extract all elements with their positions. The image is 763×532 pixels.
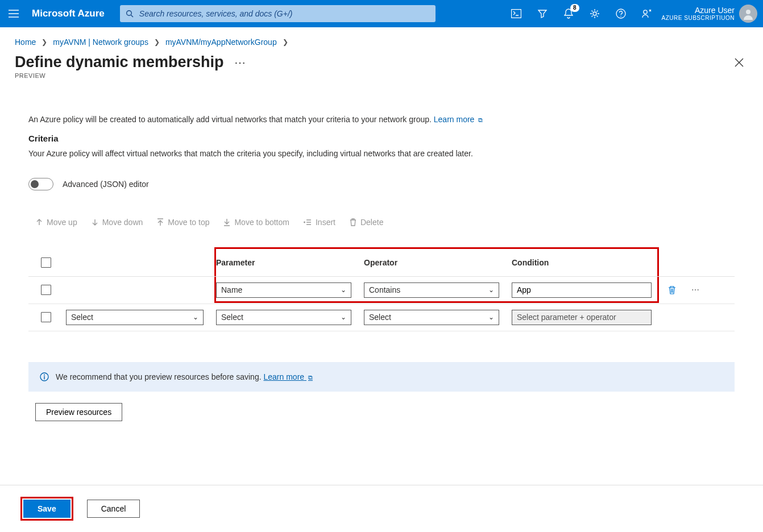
- search-box[interactable]: [120, 5, 436, 22]
- save-button[interactable]: Save: [23, 500, 71, 518]
- operator-select[interactable]: Contains⌄: [364, 282, 499, 298]
- move-to-top-label: Move to top: [168, 218, 209, 227]
- table-header-row: Parameter Operator Condition: [28, 250, 735, 277]
- andor-value: Select: [71, 313, 93, 322]
- external-link-icon: ⧉: [478, 117, 483, 123]
- parameter-select[interactable]: Select⌄: [216, 310, 351, 325]
- external-link-icon: ⧉: [308, 374, 313, 381]
- advanced-json-toggle[interactable]: [28, 178, 53, 190]
- parameter-select[interactable]: Name⌄: [216, 282, 351, 298]
- breadcrumb-level2[interactable]: myAVNM/myAppNetworkGroup: [165, 38, 277, 47]
- svg-point-0: [127, 11, 132, 16]
- breadcrumb-home[interactable]: Home: [15, 38, 36, 47]
- user-subscription: AZURE SUBSCRIPTIUON: [662, 15, 735, 21]
- criteria-toolbar: Move up Move down Move to top Move to bo…: [28, 218, 735, 227]
- preview-resources-button[interactable]: Preview resources: [35, 403, 122, 421]
- chevron-right-icon: ❯: [283, 38, 288, 46]
- advanced-toggle-row: Advanced (JSON) editor: [28, 178, 735, 190]
- chevron-down-icon: ⌄: [488, 286, 494, 294]
- parameter-value: Select: [221, 313, 243, 322]
- cancel-button[interactable]: Cancel: [87, 500, 140, 518]
- svg-rect-2: [511, 10, 521, 18]
- row-delete-icon[interactable]: [667, 285, 677, 294]
- criteria-heading: Criteria: [28, 134, 735, 143]
- learn-more-link[interactable]: Learn more ⧉: [434, 115, 483, 124]
- more-actions-icon[interactable]: ⋯: [234, 56, 246, 69]
- page-subtitle: PREVIEW: [0, 71, 763, 79]
- operator-select[interactable]: Select⌄: [364, 310, 499, 325]
- parameter-value: Name: [221, 285, 242, 294]
- move-to-bottom-label: Move to bottom: [234, 218, 289, 227]
- andor-select[interactable]: Select⌄: [66, 310, 204, 325]
- chevron-down-icon: ⌄: [341, 286, 346, 294]
- learn-more-label: Learn more: [434, 115, 475, 124]
- svg-line-1: [131, 15, 133, 17]
- help-icon[interactable]: [609, 2, 632, 25]
- operator-value: Contains: [369, 285, 400, 294]
- breadcrumb: Home ❯ myAVNM | Network groups ❯ myAVNM/…: [0, 27, 763, 47]
- column-operator: Operator: [364, 258, 512, 267]
- banner-learn-more-link[interactable]: Learn more ⧉: [263, 372, 312, 381]
- insert-button[interactable]: Insert: [303, 218, 335, 227]
- column-parameter: Parameter: [216, 258, 364, 267]
- table-row: Select⌄ Select⌄ Select⌄ Select parameter…: [28, 304, 735, 331]
- move-to-bottom-button[interactable]: Move to bottom: [223, 218, 289, 227]
- move-up-button[interactable]: Move up: [35, 218, 77, 227]
- advanced-toggle-label: Advanced (JSON) editor: [63, 180, 149, 189]
- delete-button[interactable]: Delete: [349, 218, 383, 227]
- row-checkbox[interactable]: [41, 285, 51, 295]
- chevron-right-icon: ❯: [154, 38, 160, 46]
- select-all-checkbox[interactable]: [41, 257, 51, 268]
- chevron-down-icon: ⌄: [193, 313, 198, 321]
- search-input[interactable]: [139, 9, 436, 18]
- chevron-right-icon: ❯: [42, 38, 47, 46]
- close-icon[interactable]: [730, 55, 748, 70]
- directory-filter-icon[interactable]: [531, 2, 554, 25]
- insert-label: Insert: [316, 218, 335, 227]
- intro-text: An Azure policy will be created to autom…: [28, 114, 735, 126]
- row-checkbox[interactable]: [41, 312, 51, 322]
- user-account[interactable]: Azure User AZURE SUBSCRIPTIUON: [662, 6, 739, 21]
- chevron-down-icon: ⌄: [341, 313, 346, 321]
- banner-text-span: We recommend that you preview resources …: [56, 372, 263, 381]
- table-row: Name⌄ Contains⌄ ⋯: [28, 277, 735, 304]
- row-more-icon[interactable]: ⋯: [691, 285, 699, 294]
- preview-recommend-banner: We recommend that you preview resources …: [28, 362, 735, 392]
- condition-placeholder: Select parameter + operator: [517, 313, 616, 322]
- main-content: An Azure policy will be created to autom…: [0, 79, 763, 421]
- svg-point-6: [643, 10, 646, 14]
- avatar-icon[interactable]: [739, 5, 757, 23]
- svg-point-9: [44, 374, 45, 375]
- info-icon: [40, 372, 49, 381]
- topbar: Microsoft Azure 8 Azure User AZURE SUBSC…: [0, 0, 763, 27]
- feedback-icon[interactable]: [636, 2, 658, 25]
- chevron-down-icon: ⌄: [488, 313, 494, 321]
- criteria-table: Parameter Operator Condition Name⌄ Conta…: [28, 250, 735, 331]
- settings-icon[interactable]: [583, 2, 606, 25]
- page-heading-row: Define dynamic membership ⋯: [0, 47, 763, 71]
- svg-point-5: [620, 16, 621, 17]
- topbar-icons: 8: [501, 2, 662, 25]
- brand-label[interactable]: Microsoft Azure: [27, 8, 110, 19]
- notifications-icon[interactable]: 8: [557, 2, 580, 25]
- delete-label: Delete: [360, 218, 383, 227]
- svg-rect-10: [44, 376, 44, 379]
- search-icon: [120, 10, 139, 18]
- column-condition: Condition: [512, 258, 660, 267]
- operator-value: Select: [369, 313, 391, 322]
- user-name: Azure User: [695, 6, 735, 15]
- breadcrumb-level1[interactable]: myAVNM | Network groups: [53, 38, 148, 47]
- move-down-button[interactable]: Move down: [91, 218, 143, 227]
- cloud-shell-icon[interactable]: [505, 2, 528, 25]
- criteria-description: Your Azure policy will affect virtual ne…: [28, 148, 735, 160]
- move-down-label: Move down: [102, 218, 143, 227]
- intro-text-span: An Azure policy will be created to autom…: [28, 115, 434, 124]
- move-to-top-button[interactable]: Move to top: [156, 218, 209, 227]
- condition-input[interactable]: [512, 282, 652, 298]
- hamburger-menu-icon[interactable]: [0, 10, 27, 18]
- condition-disabled: Select parameter + operator: [512, 310, 652, 325]
- notifications-badge: 8: [570, 4, 579, 12]
- svg-point-7: [746, 10, 750, 14]
- footer: Save Cancel: [0, 485, 763, 532]
- banner-text: We recommend that you preview resources …: [56, 372, 313, 381]
